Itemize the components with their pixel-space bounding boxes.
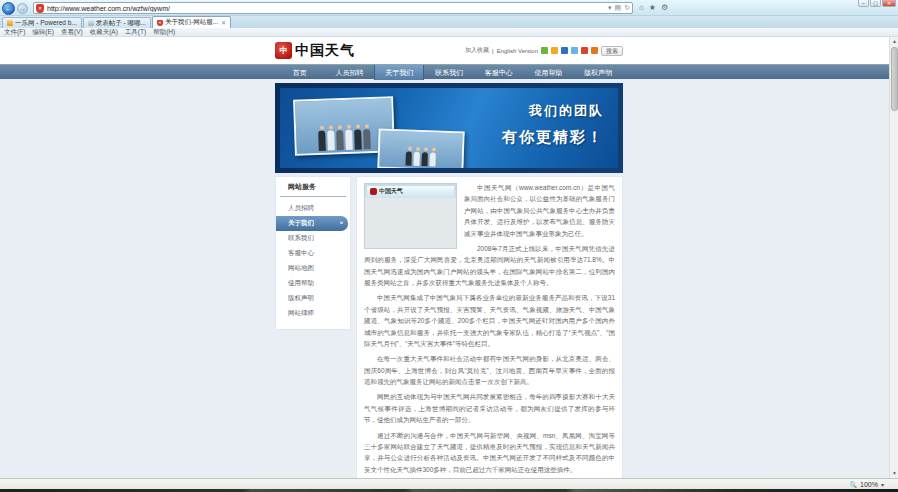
sidebar-item-lawyer[interactable]: 网站律师 [276, 306, 350, 321]
article-paragraph: 通过不断的沟通与合作，中国天气网与新华网、央视网、msn、凤凰网、淘宝网等三十多… [364, 430, 615, 476]
security-shield-icon: ✕ [36, 4, 44, 13]
scrollbar-thumb[interactable] [891, 47, 898, 111]
nav-recruitment[interactable]: 人员招聘 [325, 65, 375, 80]
office-reception-photo: 中国天气 [364, 183, 457, 249]
menu-edit[interactable]: 编辑(E) [32, 28, 54, 37]
person-figure [345, 130, 353, 150]
team-banner-art: 我们的团队 有你更精彩！ [280, 88, 618, 168]
team-photo-2 [377, 129, 464, 168]
tab-active[interactable]: ✕ 关于我们-网站服... ✕ [152, 16, 231, 28]
close-button[interactable]: ✕ [882, 0, 896, 7]
zoom-magnifier-icon: 🔍 [850, 481, 858, 488]
sidebar-menu: 网站服务 人员招聘 关于我们» 联系我们 客服中心 网站地图 使用帮助 版权声明… [275, 176, 351, 330]
forward-icon: → [19, 5, 26, 12]
page-scrollbar[interactable]: ▲ ▼ [889, 37, 898, 478]
minimize-button[interactable]: – [858, 0, 869, 7]
tab-1[interactable]: 一乐网 - Powered b... [2, 17, 82, 28]
banner-slogan-line1: 我们的团队 [502, 102, 604, 120]
person-figure [354, 129, 362, 149]
team-banner: 我们的团队 有你更精彩！ [275, 83, 623, 173]
article-paragraph: 在每一次重大天气事件和社会活动中都有中国天气网的身影，从北京奥运、两会、国庆60… [364, 353, 615, 387]
menu-help[interactable]: 帮助(H) [153, 28, 175, 37]
share-icon-3[interactable] [561, 47, 568, 54]
article-body: 中国天气 中国天气网（www.weather.com.cn）是中国气象局面向社会… [356, 176, 623, 478]
maximize-button[interactable]: ▢ [870, 0, 881, 7]
tab-2[interactable]: 发表帖子 - 嘟嘟... [83, 17, 151, 28]
article-paragraph: 网民的互动体现为与中国天气网共同发展紧密相连，每年的四季摄影大赛和十大天气气候事… [364, 391, 615, 425]
tab-active-shield-icon: ✕ [157, 20, 163, 26]
tab-bar: 一乐网 - Powered b... 发表帖子 - 嘟嘟... ✕ 关于我们-网… [0, 16, 898, 28]
sidebar-item-about-us[interactable]: 关于我们» [276, 216, 348, 231]
compatibility-view-icon[interactable]: ▤ [615, 4, 622, 12]
content-area: 网站服务 人员招聘 关于我们» 联系我们 客服中心 网站地图 使用帮助 版权声明… [275, 176, 623, 478]
back-icon: ← [5, 4, 13, 13]
site-logo-title[interactable]: 中国天气 [295, 42, 355, 60]
refresh-icon[interactable]: ↻ [624, 4, 630, 12]
sidebar-item-service-center[interactable]: 客服中心 [276, 246, 350, 261]
zoom-dropdown-icon[interactable]: ▾ [881, 481, 884, 488]
search-button[interactable]: 搜索 [601, 46, 623, 56]
tab-active-label: 关于我们-网站服... [165, 18, 218, 27]
person-figure [405, 151, 411, 165]
back-button[interactable]: ← [2, 2, 15, 15]
person-figure [413, 152, 419, 166]
tab-1-label: 一乐网 - Powered b... [15, 19, 77, 28]
nav-copyright[interactable]: 版权声明 [573, 65, 623, 80]
page-viewport: 中 中国天气 加入收藏 | English Version 搜索 首页 [0, 37, 898, 478]
header-utility: 加入收藏 | English Version 搜索 [465, 46, 623, 56]
sidebar-item-sitemap[interactable]: 网站地图 [276, 261, 350, 276]
tab-2-favicon [88, 20, 94, 26]
menu-view[interactable]: 查看(V) [61, 28, 83, 37]
person-figure [363, 129, 371, 149]
person-figure [421, 152, 427, 166]
menu-tools[interactable]: 工具(T) [125, 28, 146, 37]
window-controls: – ▢ ✕ [858, 0, 896, 7]
scroll-up-icon[interactable]: ▲ [890, 37, 898, 46]
article-paragraph: 中国天气网集成了中国气象局下属各业务单位的最新业务服务产品和资讯，下设31个省级… [364, 292, 615, 349]
zoom-level[interactable]: 100% [860, 481, 878, 488]
banner-slogan-line2: 有你更精彩！ [502, 128, 604, 147]
nav-contact-us[interactable]: 联系我们 [424, 65, 474, 80]
main-navigation: 首页 人员招聘 关于我们 联系我们 客服中心 使用帮助 版权声明 [0, 64, 898, 79]
favorites-star-icon[interactable]: ★ [649, 3, 656, 13]
sidebar-item-recruitment[interactable]: 人员招聘 [276, 201, 350, 216]
home-icon[interactable]: ⌂ [639, 3, 644, 13]
nav-help[interactable]: 使用帮助 [524, 65, 574, 80]
utility-divider: | [492, 48, 494, 54]
sidebar-item-contact-us[interactable]: 联系我们 [276, 231, 350, 246]
tab-close-icon[interactable]: ✕ [221, 19, 226, 26]
scroll-down-icon[interactable]: ▼ [890, 469, 898, 478]
sidebar-item-help[interactable]: 使用帮助 [276, 276, 350, 291]
weather-seal-icon [370, 188, 377, 195]
add-favorite-link[interactable]: 加入收藏 [465, 46, 489, 55]
article-paragraph: 2008年7月正式上线以来，中国天气网凭借先进周到的服务，深受广大网民喜爱，北京… [364, 243, 615, 289]
address-bar[interactable]: ✕ http://www.weather.com.cn/wzfw/gywm/ ▾… [33, 2, 633, 14]
share-icon-6[interactable] [591, 47, 598, 54]
sidebar-item-label: 关于我们 [288, 219, 314, 226]
site-header: 中 中国天气 加入收藏 | English Version 搜索 [0, 37, 898, 64]
menu-bar: 文件(F) 编辑(E) 查看(V) 收藏夹(A) 工具(T) 帮助(H) [0, 28, 898, 37]
url-text[interactable]: http://www.weather.com.cn/wzfw/gywm/ [47, 5, 605, 12]
gear-icon[interactable]: ⚙ [661, 3, 668, 13]
share-icon-1[interactable] [541, 47, 548, 54]
tab-1-favicon [7, 20, 13, 26]
share-icon-5[interactable] [581, 47, 588, 54]
sidebar-title: 网站服务 [280, 182, 346, 197]
english-version-link[interactable]: English Version [497, 48, 538, 54]
status-bar: 🔍 100% ▾ [0, 478, 898, 489]
nav-about-us[interactable]: 关于我们 [374, 65, 424, 80]
banner-slogan: 我们的团队 有你更精彩！ [502, 102, 604, 147]
office-sign: 中国天气 [367, 186, 454, 197]
chevron-right-icon: » [340, 219, 343, 225]
share-icon-4[interactable] [571, 47, 578, 54]
nav-service-center[interactable]: 客服中心 [474, 65, 524, 80]
person-figure [336, 130, 344, 150]
address-dropdown-icon[interactable]: ▾ [608, 4, 612, 12]
menu-favorites[interactable]: 收藏夹(A) [90, 28, 118, 37]
tab-2-label: 发表帖子 - 嘟嘟... [96, 19, 146, 28]
sidebar-item-copyright[interactable]: 版权声明 [276, 291, 350, 306]
nav-home[interactable]: 首页 [275, 65, 325, 80]
forward-button[interactable]: → [17, 3, 28, 14]
share-icon-2[interactable] [551, 47, 558, 54]
menu-file[interactable]: 文件(F) [4, 28, 25, 37]
